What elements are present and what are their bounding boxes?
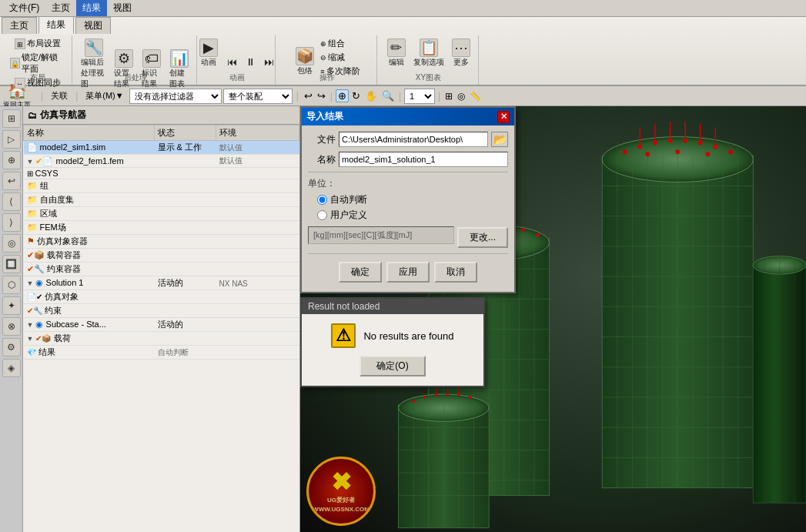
- btn-more[interactable]: ⋯ 更多: [449, 37, 473, 69]
- table-row[interactable]: 💎 结果 自动判断: [24, 346, 299, 360]
- btn-shrink[interactable]: ⊖缩减: [319, 51, 360, 64]
- table-row[interactable]: ▼ ◉ Solution 1 活动的 NX NAS: [24, 276, 299, 290]
- tab-home[interactable]: 主页: [2, 17, 37, 34]
- import-dialog-titlebar[interactable]: 导入结果 ✕: [302, 108, 514, 125]
- btn-edit-post[interactable]: 🔧 编辑后处理视图: [79, 37, 109, 91]
- side-icon-7[interactable]: ◎: [2, 234, 21, 253]
- cancel-btn[interactable]: 取消: [434, 262, 477, 283]
- btn-animation[interactable]: ▶ 动画: [196, 37, 221, 69]
- side-icon-10[interactable]: ✦: [2, 296, 21, 315]
- expand-icon[interactable]: ▼: [27, 279, 34, 287]
- side-icon-13[interactable]: ◈: [2, 359, 21, 377]
- col-name: 名称: [24, 125, 155, 141]
- result-dialog: Result not loaded ⚠ No results are found…: [300, 297, 485, 387]
- expand-icon[interactable]: ▼: [27, 321, 34, 329]
- import-dialog: 导入结果 ✕ 文件 📂 名称 单位：: [300, 106, 516, 293]
- dialog-btn-row: 确定 应用 取消: [308, 259, 508, 286]
- tab-view[interactable]: 视图: [75, 17, 111, 34]
- btn-set-results[interactable]: ⚙ 设置结果: [112, 48, 136, 91]
- load2-icon: ✔📦: [35, 334, 51, 343]
- side-icon-6[interactable]: ⟩: [2, 213, 21, 232]
- ok-btn[interactable]: 确定: [339, 262, 382, 283]
- units-display-row: [kg][mm][sec][C][弧度][mJ] 更改...: [308, 226, 508, 249]
- row-name: 仿真对象容器: [37, 236, 88, 246]
- name-input[interactable]: [339, 152, 508, 167]
- side-icon-3[interactable]: ⊕: [2, 151, 21, 169]
- table-row[interactable]: ⊞ CSYS: [24, 168, 299, 179]
- apply-btn[interactable]: 应用: [386, 262, 430, 283]
- tab-results[interactable]: 结果: [38, 16, 74, 34]
- side-icon-5[interactable]: ⟨: [2, 192, 21, 211]
- subcase-icon: ◉: [35, 320, 43, 329]
- row-env: 默认值: [219, 143, 242, 152]
- btn-play-pause[interactable]: ⏸: [242, 54, 259, 69]
- units-display: [kg][mm][sec][C][弧度][mJ]: [308, 226, 454, 244]
- table-row[interactable]: ✔🔧 约束: [24, 304, 299, 318]
- table-row[interactable]: ✔🔧 约束容器: [24, 263, 299, 276]
- btn-select[interactable]: ⊕: [336, 89, 349, 102]
- change-btn[interactable]: 更改...: [457, 227, 508, 248]
- side-icon-2[interactable]: ▷: [2, 130, 21, 149]
- side-icon-9[interactable]: ⬡: [2, 276, 21, 294]
- radio-custom[interactable]: [317, 210, 327, 220]
- btn-prev-frame[interactable]: ⏮: [223, 54, 240, 69]
- btn-grid[interactable]: ⊞: [443, 91, 454, 102]
- btn-envelope[interactable]: 📦 包络: [293, 45, 317, 78]
- file-input[interactable]: [339, 132, 488, 147]
- btn-undo[interactable]: ↩: [303, 90, 314, 102]
- btn-next-frame[interactable]: ⏭: [260, 54, 277, 69]
- side-icon-12[interactable]: ⚙: [2, 338, 21, 356]
- table-row[interactable]: 📄 model2_sim1.sim 显示 & 工作 默认值: [24, 141, 299, 155]
- side-icon-11[interactable]: ⊗: [2, 317, 21, 336]
- panel-title-text: 仿真导航器: [40, 109, 86, 122]
- side-icon-4[interactable]: ↩: [2, 172, 21, 190]
- expand-icon[interactable]: ▼: [27, 335, 34, 343]
- load-icon: ✔📦: [27, 250, 45, 259]
- ribbon-tabs: 主页 结果 视图: [0, 17, 806, 34]
- side-icon-8[interactable]: 🔲: [2, 255, 21, 273]
- btn-pan[interactable]: ✋: [363, 90, 379, 102]
- file-icon: 📄: [27, 142, 38, 152]
- scope-select[interactable]: 整个装配: [223, 89, 293, 104]
- menu-view[interactable]: 视图: [107, 0, 138, 16]
- result-icon: 💎: [27, 348, 36, 356]
- menu-home[interactable]: 主页: [45, 0, 76, 16]
- table-row[interactable]: ▼ ✔📄 model2_fem1.fem 默认值: [24, 155, 299, 168]
- btn-snap[interactable]: ◎: [456, 91, 467, 102]
- btn-copy-options[interactable]: 📋 复制选项: [411, 37, 446, 69]
- result-ok-btn[interactable]: 确定(O): [360, 356, 425, 376]
- import-dialog-close-btn[interactable]: ✕: [497, 111, 510, 123]
- btn-rotate[interactable]: ↻: [350, 90, 362, 102]
- table-row[interactable]: ▼ ◉ Subcase - Sta... 活动的: [24, 318, 299, 332]
- menu-file[interactable]: 文件(F): [3, 0, 45, 16]
- btn-combine[interactable]: ⊕组合: [319, 37, 360, 50]
- btn-measure[interactable]: 📏: [468, 91, 483, 102]
- row-name: model2_fem1.fem: [56, 156, 124, 166]
- btn-redo[interactable]: ↪: [316, 90, 327, 102]
- btn-layout-settings[interactable]: ⊞ 布局设置: [12, 37, 63, 50]
- table-row[interactable]: 📁 自由度集: [24, 193, 299, 207]
- side-icon-1[interactable]: ⊞: [2, 109, 21, 128]
- radio-custom-label: 用户定义: [330, 209, 367, 222]
- btn-xy-edit[interactable]: ✏ 编辑: [384, 37, 409, 69]
- result-dialog-content: ⚠ No results are found: [331, 323, 453, 348]
- menu-results[interactable]: 结果: [76, 0, 107, 16]
- btn-zoom[interactable]: 🔍: [380, 90, 396, 102]
- table-row[interactable]: 📁 组: [24, 179, 299, 193]
- table-row[interactable]: 📁 FEM场: [24, 221, 299, 235]
- radio-auto[interactable]: [317, 195, 327, 205]
- table-row[interactable]: 📁 区域: [24, 207, 299, 221]
- table-row[interactable]: ⚑ 仿真对象容器: [24, 235, 299, 249]
- zoom-select[interactable]: 1: [404, 89, 435, 104]
- browse-btn[interactable]: 📂: [491, 132, 508, 147]
- btn-create-chart[interactable]: 📊 创建图表: [167, 48, 192, 91]
- name-label: 名称: [308, 153, 336, 166]
- btn-identify-results[interactable]: 🏷 标识结果: [139, 48, 164, 91]
- table-row[interactable]: ▼ ✔📦 载荷: [24, 332, 299, 346]
- row-name: 约束容器: [47, 264, 81, 273]
- table-row[interactable]: 📄✔ 仿真对象: [24, 290, 299, 304]
- viewport[interactable]: 导入结果 ✕ 文件 📂 名称 单位：: [300, 106, 806, 532]
- table-row[interactable]: ✔📦 载荷容器: [24, 249, 299, 263]
- expand-icon[interactable]: ▼: [27, 158, 34, 166]
- folder-icon: 📁: [27, 195, 38, 204]
